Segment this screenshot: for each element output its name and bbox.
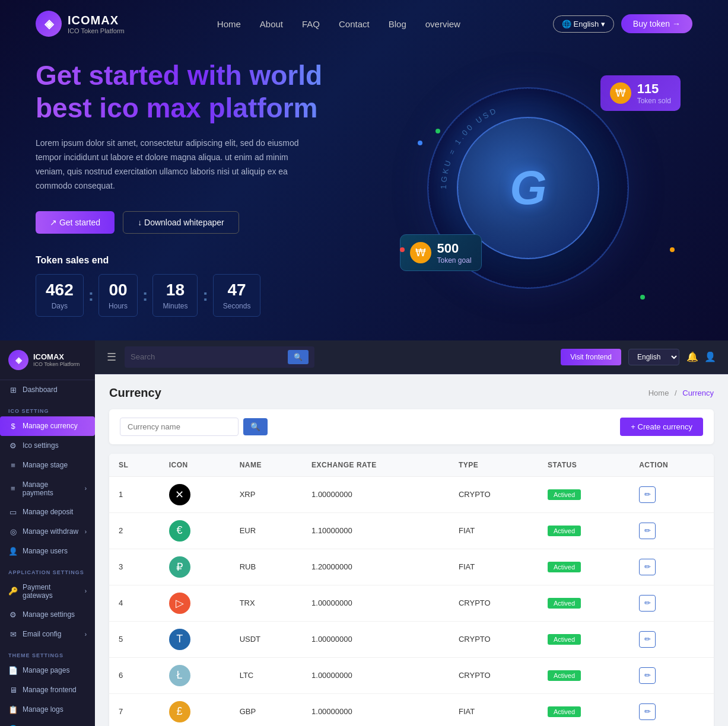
table-row: 4 ▷ TRX 1.00000000 CRYPTO Actived ✏ [109, 585, 714, 621]
table-row: 2 € EUR 1.10000000 FIAT Actived ✏ [109, 512, 714, 549]
sidebar-item-manage-settings[interactable]: ⚙ Manage settings [0, 605, 95, 625]
sidebar-item-dashboard[interactable]: ⊞ Dashboard [0, 380, 95, 400]
cell-rate: 1.00000000 [302, 693, 449, 726]
currency-icon: € [169, 520, 190, 542]
page-title: Currency [109, 386, 161, 400]
language-select[interactable]: English Spanish French [628, 349, 679, 365]
sidebar-item-label: Manage pages [23, 666, 69, 674]
sidebar-item-manage-deposit[interactable]: ▭ Manage deposit [0, 502, 95, 522]
cell-name: TRX [230, 585, 302, 621]
cell-name: EUR [230, 512, 302, 549]
cell-name: GBP [230, 693, 302, 726]
status-badge: Actived [548, 489, 581, 500]
sidebar-item-manage-stage[interactable]: ≡ Manage stage [0, 456, 95, 475]
nav-overview[interactable]: overview [425, 19, 460, 29]
search-input[interactable] [131, 352, 283, 361]
sidebar-item-manage-users[interactable]: 👤 Manage users [0, 542, 95, 561]
language-button[interactable]: 🌐 English ▾ [553, 15, 614, 33]
edit-button[interactable]: ✏ [639, 486, 656, 503]
sidebar-section-app: APPLICATION SETTINGS [0, 561, 95, 578]
sidebar-item-payment-gateways[interactable]: 🔑 Payment gateways › [0, 578, 95, 605]
sidebar-item-ico-settings[interactable]: ⚙ Ico settings [0, 436, 95, 456]
cell-sl: 1 [109, 476, 160, 512]
manage-withdraw-icon: ◎ [8, 527, 18, 536]
edit-button[interactable]: ✏ [639, 667, 656, 684]
sidebar-item-label: Manage settings [23, 610, 75, 619]
status-badge: Actived [548, 706, 581, 717]
sidebar-item-label: Manage withdraw [23, 527, 78, 536]
seconds-box: 47 Seconds [213, 274, 261, 317]
filter-search: 🔍 [120, 418, 268, 436]
manage-stage-icon: ≡ [8, 461, 18, 470]
sidebar: ◈ ICOMAX ICO Token Platform ⊞ Dashboard … [0, 340, 95, 726]
cell-sl: 2 [109, 512, 160, 549]
days-box: 462 Days [36, 274, 84, 317]
days-value: 462 [46, 281, 74, 300]
hero-nav: ◈ ICOMAX ICO Token Platform Home About F… [0, 0, 728, 47]
edit-button[interactable]: ✏ [639, 703, 656, 720]
visit-frontend-button[interactable]: Visit frontend [561, 349, 621, 365]
cell-sl: 6 [109, 657, 160, 693]
sidebar-item-manage-logs[interactable]: 📋 Manage logs [0, 700, 95, 719]
edit-button[interactable]: ✏ [639, 523, 656, 539]
sidebar-item-manage-currency[interactable]: $ Manage currency [0, 416, 95, 436]
hero-logo: ◈ ICOMAX ICO Token Platform [36, 11, 125, 37]
filter-search-button[interactable]: 🔍 [243, 418, 268, 435]
buy-token-button[interactable]: Buy token → [621, 14, 692, 33]
cell-type: FIAT [449, 512, 538, 549]
sidebar-item-manage-frontend[interactable]: 🖥 Manage frontend [0, 680, 95, 700]
manage-deposit-icon: ▭ [8, 508, 18, 517]
nav-home[interactable]: Home [217, 19, 241, 29]
sidebar-item-manage-pages[interactable]: 📄 Manage pages [0, 661, 95, 680]
breadcrumb-home[interactable]: Home [648, 389, 669, 397]
separator-1: : [88, 286, 94, 305]
edit-button[interactable]: ✏ [639, 631, 656, 648]
bell-icon[interactable]: 🔔 [686, 351, 698, 362]
cell-type: CRYPTO [449, 657, 538, 693]
separator-3: : [202, 286, 208, 305]
separator-2: : [142, 286, 148, 305]
cell-name: LTC [230, 657, 302, 693]
cell-type: FIAT [449, 693, 538, 726]
edit-button[interactable]: ✏ [639, 595, 656, 612]
cell-icon: ✕ [160, 476, 230, 512]
hamburger-button[interactable]: ☰ [107, 351, 116, 364]
create-currency-button[interactable]: + Create currency [620, 418, 703, 436]
sidebar-item-manage-language[interactable]: 🌐 Manage language [0, 719, 95, 726]
cell-sl: 5 [109, 621, 160, 657]
download-whitepaper-button[interactable]: ↓ Download whitepaper [123, 211, 239, 234]
sidebar-item-label: Manage stage [23, 461, 68, 469]
nav-faq[interactable]: FAQ [302, 19, 320, 29]
nav-blog[interactable]: Blog [389, 19, 406, 29]
user-icon[interactable]: 👤 [704, 351, 716, 362]
chevron-icon: › [85, 485, 87, 492]
seconds-label: Seconds [223, 302, 251, 310]
search-button[interactable]: 🔍 [288, 350, 309, 364]
cell-action: ✏ [630, 693, 714, 726]
manage-frontend-icon: 🖥 [8, 686, 18, 695]
sidebar-item-email-config[interactable]: ✉ Email config › [0, 625, 95, 644]
get-started-button[interactable]: ↗ Get started [36, 211, 115, 234]
hero-buttons: ↗ Get started ↓ Download whitepaper [36, 211, 364, 234]
sidebar-item-manage-withdraw[interactable]: ◎ Manage withdraw › [0, 522, 95, 542]
logo-icon: ◈ [36, 11, 62, 37]
token-sales-label: Token sales end [36, 255, 364, 266]
nav-contact[interactable]: Contact [339, 19, 370, 29]
sidebar-item-label: Manage deposit [23, 508, 73, 516]
col-icon: ICON [160, 454, 230, 477]
cell-status: Actived [538, 512, 630, 549]
minutes-label: Minutes [163, 302, 187, 310]
cell-status: Actived [538, 476, 630, 512]
payment-gateways-icon: 🔑 [8, 587, 18, 596]
edit-button[interactable]: ✏ [639, 559, 656, 575]
hero-description: Lorem ipsum dolor sit amet, consectetur … [36, 136, 309, 193]
chevron-icon: › [85, 528, 87, 535]
search-wrapper: 🔍 [125, 346, 314, 368]
currency-search-input[interactable] [120, 418, 239, 436]
token-goal-number: 500 [437, 241, 472, 256]
nav-about[interactable]: About [260, 19, 283, 29]
cell-rate: 1.00000000 [302, 657, 449, 693]
sidebar-item-manage-payments[interactable]: ≡ Manage payments › [0, 475, 95, 502]
minutes-value: 18 [163, 281, 187, 300]
cell-action: ✏ [630, 585, 714, 621]
